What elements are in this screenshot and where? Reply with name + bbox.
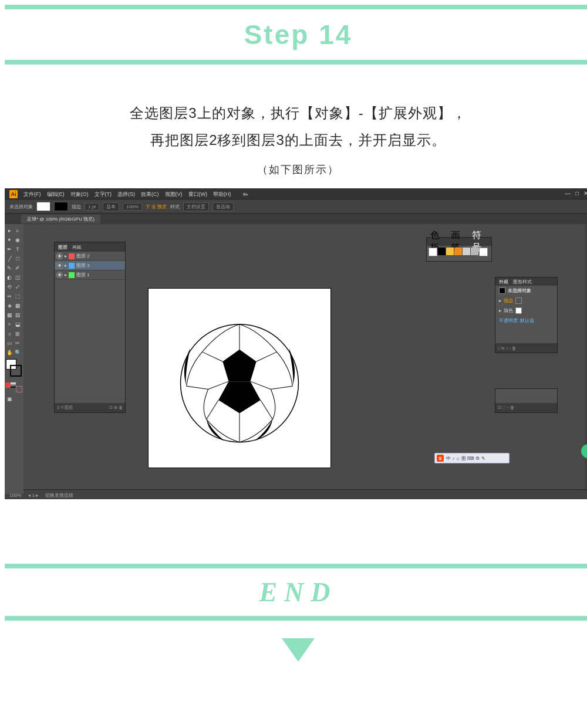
layer-row-2[interactable]: ▸ 图层 2	[55, 252, 125, 261]
line-tool-icon[interactable]: ╱	[5, 255, 14, 263]
graphic-actions[interactable]: ⊡ ⬚ ▫ 🗑	[498, 405, 514, 410]
ime-sogou-icon[interactable]: S	[437, 455, 444, 462]
menu-effect[interactable]: 效果(C)	[141, 191, 159, 198]
opacity-label: 不透明度: 默认值	[499, 317, 534, 324]
menu-window[interactable]: 窗口(W)	[188, 191, 208, 198]
magic-wand-tool-icon[interactable]: ✦	[5, 236, 14, 244]
stroke-swatch[interactable]	[54, 202, 68, 211]
swatch-gray2[interactable]	[471, 248, 478, 255]
maximize-icon[interactable]: □	[575, 190, 579, 197]
eraser-tool-icon[interactable]: ◫	[14, 273, 22, 282]
gradient-mode-icon[interactable]	[11, 382, 16, 388]
top-divider-1	[5, 5, 587, 9]
swatch-white[interactable]	[429, 248, 437, 256]
graphic-styles-panel[interactable]: ⊡ ⬚ ▫ 🗑	[495, 388, 558, 413]
swatches-panel[interactable]: 色板 画笔 符号	[426, 237, 492, 262]
layer-actions[interactable]: ⊡ ⊞ 🗑	[109, 405, 123, 410]
visibility-icon[interactable]	[56, 262, 63, 269]
hand-tool-icon[interactable]: ✋	[5, 348, 14, 357]
fill-swatch[interactable]	[36, 202, 50, 211]
none-mode-icon[interactable]	[16, 386, 22, 392]
fill-value-icon[interactable]	[515, 307, 522, 314]
stroke-color-icon[interactable]	[10, 365, 22, 377]
appearance-stroke-row[interactable]: ▸ 描边	[495, 296, 557, 306]
rectangle-tool-icon[interactable]: □	[14, 255, 22, 263]
gradient-tool-icon[interactable]: ▤	[14, 311, 22, 319]
appearance-fill-row[interactable]: ▸ 填色	[495, 306, 557, 316]
menu-edit[interactable]: 编辑(E)	[47, 191, 65, 198]
stroke-profile[interactable]: 基本	[103, 202, 119, 211]
layer-row-3[interactable]: ▸ 图层 3	[55, 261, 125, 270]
minimize-icon[interactable]: —	[565, 190, 571, 197]
layers-tab[interactable]: 图层	[58, 244, 68, 250]
blend-tool-icon[interactable]: ⬓	[14, 320, 22, 329]
prefs-button[interactable]: 首选项	[212, 202, 234, 211]
swatch-gray1[interactable]	[463, 248, 470, 255]
layer-row-1[interactable]: ▸ 图层 1	[55, 270, 125, 280]
zoom-tool-icon[interactable]: 🔍	[14, 348, 22, 357]
artboard[interactable]	[149, 289, 330, 468]
help-bubble-icon[interactable]	[581, 444, 587, 458]
appearance-panel[interactable]: 外观 图形样式 未选择对象 ▸ 描边 ▸ 填色 不透明度: 默认值 □ fx	[495, 277, 558, 353]
swatch-extra[interactable]	[479, 248, 488, 256]
opacity-value[interactable]: 100%	[123, 203, 141, 211]
top-divider-2	[5, 60, 587, 65]
artboards-tab[interactable]: 画板	[72, 244, 82, 250]
swatch-orange[interactable]	[454, 248, 462, 255]
stroke-weight[interactable]: 1 pt	[85, 203, 99, 211]
document-tab[interactable]: 足球* @ 100% (RGB/GPU 预览)	[21, 215, 100, 224]
window-controls: — □ ✕	[565, 190, 587, 197]
swatch-yellow[interactable]	[446, 248, 454, 255]
rotate-tool-icon[interactable]: ⟲	[5, 283, 14, 291]
appearance-thumb-icon	[499, 287, 505, 294]
width-tool-icon[interactable]: ⇔	[5, 292, 14, 300]
blob-brush-tool-icon[interactable]: ◐	[5, 273, 14, 282]
free-transform-tool-icon[interactable]: ⬚	[14, 292, 22, 300]
appearance-actions[interactable]: □ fx ○ ▫ 🗑	[498, 346, 516, 350]
symbol-tool-icon[interactable]: ☼	[5, 330, 14, 338]
visibility-icon[interactable]	[56, 272, 63, 278]
eyedropper-tool-icon[interactable]: ✧	[5, 320, 14, 329]
expand-icon[interactable]: ▸	[65, 253, 67, 259]
menu-object[interactable]: 对象(O)	[70, 191, 89, 198]
expand-icon[interactable]: ▸	[65, 263, 67, 268]
close-icon[interactable]: ✕	[583, 190, 587, 197]
menu-view[interactable]: 视图(V)	[165, 191, 183, 198]
swatch-black[interactable]	[438, 248, 446, 255]
lasso-tool-icon[interactable]: ◉	[14, 236, 22, 244]
brush-tool-icon[interactable]: ✎	[5, 264, 14, 272]
menu-select[interactable]: 选择(S)	[117, 191, 135, 198]
slice-tool-icon[interactable]: ✂	[14, 339, 22, 347]
color-mode-icon[interactable]	[5, 382, 11, 388]
graph-tool-icon[interactable]: ⊞	[14, 330, 22, 338]
graphic-styles-tab[interactable]: 图形样式	[513, 279, 532, 285]
ime-icons[interactable]: 中 ♪ ☼ 图 ⌨ ⚙ ✎	[446, 455, 485, 462]
pencil-tool-icon[interactable]: ✐	[14, 264, 22, 272]
scale-tool-icon[interactable]: ⤢	[14, 283, 22, 291]
expand-icon[interactable]: ▸	[65, 272, 67, 277]
appearance-footer: □ fx ○ ▫ 🗑	[495, 343, 557, 353]
selection-tool-icon[interactable]: ▸	[5, 226, 14, 235]
nav-icons[interactable]: ◂ 1 ▸	[28, 493, 38, 498]
visibility-icon[interactable]	[56, 253, 63, 259]
toolbox: ▸▹ ✦◉ ✒T ╱□ ✎✐ ◐◫ ⟲⤢ ⇔⬚ ◈▦ ▩▤ ✧⬓ ☼⊞ ▭✂ ✋…	[5, 224, 23, 494]
appearance-tab[interactable]: 外观	[499, 279, 508, 285]
screen-mode-icon[interactable]: ▣	[5, 395, 14, 403]
appearance-opacity-row[interactable]: 不透明度: 默认值	[495, 316, 557, 326]
menu-file[interactable]: 文件(F)	[23, 191, 41, 198]
bridge-icon[interactable]: ■▸	[243, 191, 249, 197]
pen-tool-icon[interactable]: ✒	[5, 245, 14, 253]
stroke-value-icon[interactable]	[515, 297, 522, 304]
doc-setup-button[interactable]: 文档设置	[183, 202, 209, 211]
menu-help[interactable]: 帮助(H)	[213, 191, 231, 198]
shape-builder-tool-icon[interactable]: ◈	[5, 302, 14, 310]
menu-type[interactable]: 文字(T)	[95, 191, 112, 198]
perspective-tool-icon[interactable]: ▦	[14, 302, 22, 310]
layers-panel[interactable]: 图层 画板 ▸ 图层 2 ▸ 图层 3 ▸ 图层 1	[54, 242, 126, 413]
graphic-panel-footer: ⊡ ⬚ ▫ 🗑	[495, 403, 557, 412]
ime-toolbar[interactable]: S 中 ♪ ☼ 图 ⌨ ⚙ ✎	[434, 453, 510, 463]
mesh-tool-icon[interactable]: ▩	[5, 311, 14, 319]
artboard-tool-icon[interactable]: ▭	[5, 339, 14, 347]
direct-selection-tool-icon[interactable]: ▹	[14, 226, 22, 235]
type-tool-icon[interactable]: T	[14, 245, 22, 253]
